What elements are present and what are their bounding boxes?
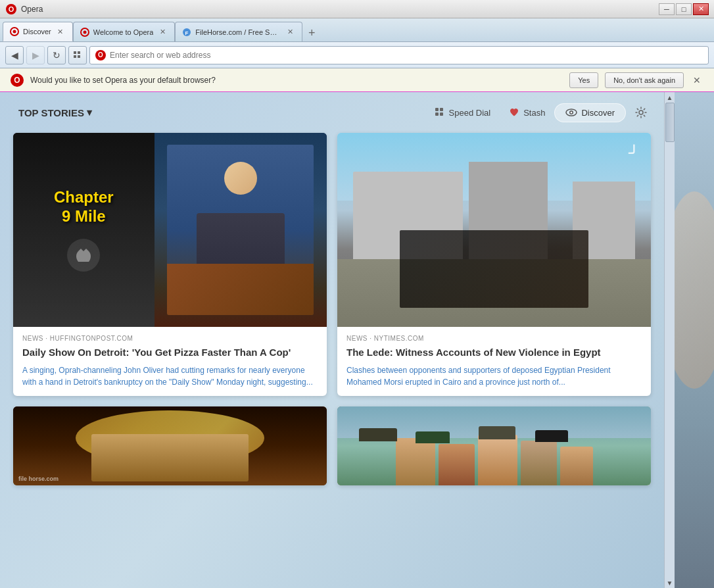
news-source-2: NEWS · NYTIMES.COM [346,335,642,342]
tab-welcome-label: Welcome to Opera [93,28,154,36]
notification-close-button[interactable]: ✕ [690,74,703,87]
svg-point-3 [13,30,16,34]
top-navigation: TOP STORIES ▾ Speed Dial Stash [13,103,651,122]
top-stories-arrow-icon: ▾ [87,107,92,118]
news-row-2: file horse.com [13,406,651,485]
discover-button[interactable]: Discover [554,103,626,122]
opera-notif-logo: O [11,74,24,87]
discover-eye-icon [565,108,577,117]
news-card-bottom-right-image [337,406,651,485]
news-card-bottom-left-image: file horse.com [13,406,327,485]
watermark: file horse.com [18,476,59,482]
egypt-image: لـ [337,133,651,327]
tab-filehorse-label: FileHorse.com / Free Soft... [195,28,281,36]
tab-filehorse-close[interactable]: ✕ [285,27,295,37]
presenter-head [224,162,257,195]
no-dont-ask-button[interactable]: No, don't ask again [605,72,684,88]
notification-text: Would you like to set Opera as your defa… [30,76,563,85]
forward-button[interactable]: ▶ [26,46,45,64]
scroll-up-button[interactable]: ▲ [665,92,675,103]
desk-graphic [167,264,314,315]
svg-point-5 [83,30,86,34]
tab-welcome-close[interactable]: ✕ [157,27,168,37]
hands-icon [70,242,97,268]
tab-discover-close[interactable]: ✕ [55,26,66,37]
address-bar: ◀ ▶ ↻ O [0,42,714,68]
news-card-main[interactable]: Chapter9 Mile [13,133,327,396]
news-card-bottom-left[interactable]: file horse.com [13,406,327,485]
stash-label: Stash [523,108,545,118]
reload-button[interactable]: ↻ [47,46,66,64]
settings-button[interactable] [631,103,651,122]
main-story-image: Chapter9 Mile [13,133,327,327]
person-5 [560,447,593,485]
main-story-right-panel [155,133,327,327]
welcome-tab-icon [80,28,89,37]
back-button[interactable]: ◀ [5,46,24,64]
svg-rect-10 [74,55,76,58]
address-input-wrap[interactable]: O [89,46,709,64]
tab-discover[interactable]: Discover ✕ [3,22,73,41]
news-card-main-image: Chapter9 Mile [13,133,327,327]
tab-discover-label: Discover [23,28,51,36]
svg-text:F: F [185,30,189,36]
news-card-egypt[interactable]: لـ NEWS · NYTIMES.COM The Lede: Witness … [337,133,651,396]
scrollbar: ▲ ▼ [664,92,675,588]
tab-welcome[interactable]: Welcome to Opera ✕ [73,22,176,41]
hands-graphic [67,239,100,272]
person-3 [478,435,517,485]
tab-filehorse[interactable]: F FileHorse.com / Free Soft... ✕ [175,22,302,41]
notification-bar: O Would you like to set Opera as your de… [0,68,714,92]
person-1 [396,438,435,485]
content-area: TOP STORIES ▾ Speed Dial Stash [0,92,664,588]
speed-dial-icon [435,107,445,118]
opera-logo-icon: O [5,3,17,15]
stash-button[interactable]: Stash [500,103,554,122]
bottom-right-image [337,406,651,485]
window-controls: ─ □ ✕ [659,3,709,15]
news-excerpt-2: Clashes between opponents and supporters… [346,364,642,388]
news-grid: Chapter9 Mile [13,133,651,396]
hat-4 [535,430,568,442]
svg-rect-8 [74,51,76,54]
stash-heart-icon [509,107,519,118]
svg-rect-13 [440,108,443,111]
svg-rect-12 [435,108,439,111]
chapter-text: Chapter9 Mile [54,188,114,226]
yes-button[interactable]: Yes [569,72,598,88]
svg-rect-9 [78,51,80,54]
settings-gear-icon [635,107,647,118]
svg-text:O: O [9,5,14,13]
news-title-2: The Lede: Witness Accounts of New Violen… [346,346,642,359]
new-tab-button[interactable]: + [302,24,321,41]
person-2 [439,444,475,485]
minimize-button[interactable]: ─ [659,3,675,15]
hat-1 [359,428,397,441]
news-source-1: NEWS · HUFFINGTONPOST.COM [22,335,318,342]
address-input[interactable] [110,51,703,60]
filehorse-tab-icon: F [182,28,191,37]
side-figure [675,191,714,389]
top-stories-button[interactable]: TOP STORIES ▾ [13,104,97,121]
main-content: TOP STORIES ▾ Speed Dial Stash [0,92,714,588]
outdoor-scene [337,406,651,485]
maximize-button[interactable]: □ [676,3,692,15]
person-4 [521,441,557,485]
top-stories-label: TOP STORIES [18,107,84,118]
grid-button[interactable] [68,46,87,64]
svg-rect-11 [78,55,80,58]
speed-dial-button[interactable]: Speed Dial [425,103,500,122]
news-card-bottom-right[interactable] [337,406,651,485]
scroll-thumb[interactable] [665,103,675,142]
speed-dial-label: Speed Dial [449,108,491,118]
discover-tab-icon [10,27,19,36]
svg-rect-14 [435,112,439,116]
bottom-left-image: file horse.com [13,406,327,485]
scroll-track [665,103,675,577]
hat-3 [479,426,515,439]
news-title-1: Daily Show On Detroit: 'You Get Pizza Fa… [22,346,318,359]
grid-icon [73,51,82,60]
close-button[interactable]: ✕ [693,3,709,15]
svg-point-19 [639,110,643,114]
scroll-down-button[interactable]: ▼ [665,577,675,588]
